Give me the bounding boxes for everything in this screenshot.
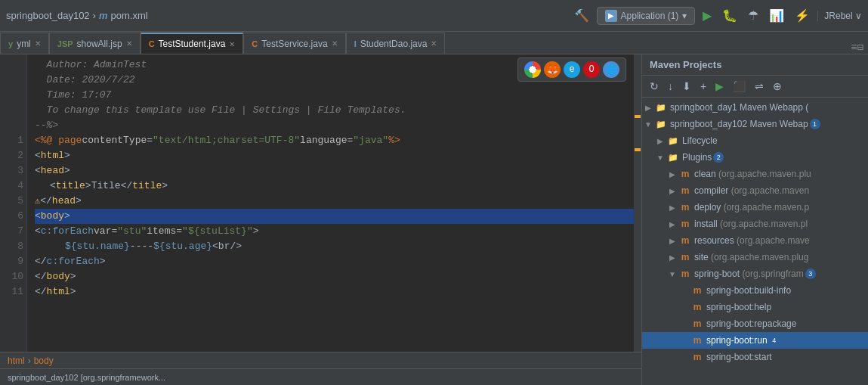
app-icon: ▶ bbox=[605, 10, 617, 22]
dash-sep: ---- bbox=[130, 239, 153, 254]
tree-item-site[interactable]: ▶ m site (org.apache.maven.plug bbox=[642, 249, 868, 265]
tree-arrow-day1: ▶ bbox=[642, 104, 654, 112]
tab-teststudent[interactable]: C TestStudent.java ✕ bbox=[141, 33, 244, 54]
html-close-bracket: </ bbox=[35, 284, 47, 300]
tree-item-repackage[interactable]: m spring-boot:repackage bbox=[642, 315, 868, 332]
toolbar-right: 🔨 ▶ Application (1) ▾ ▶ 🐛 ☂ 📊 ⚡ JRebel ∨ bbox=[571, 7, 862, 25]
right-indicator bbox=[634, 54, 641, 352]
bb-body-tag[interactable]: body bbox=[34, 356, 54, 366]
tree-label-resources: resources (org.apache.mave bbox=[692, 235, 810, 246]
tree-m-icon-clean: m bbox=[678, 168, 692, 180]
tab-yml-label: yml bbox=[17, 39, 31, 49]
tree-label-install: install (org.apache.maven.pl bbox=[692, 219, 808, 229]
tree-arrow-run bbox=[678, 337, 690, 345]
tab-studentdao-label: StudentDao.java bbox=[360, 39, 428, 49]
jrebel-run-button[interactable]: ⚡ bbox=[792, 7, 813, 24]
tree-m-icon-compiler: m bbox=[678, 185, 692, 197]
tree-item-help[interactable]: m spring-boot:help bbox=[642, 299, 868, 315]
tree-arrow-day102: ▼ bbox=[642, 120, 654, 129]
tab-showall[interactable]: JSP showAll.jsp ✕ bbox=[49, 33, 141, 54]
tree-item-lifecycle[interactable]: ▶ 📁 Lifecycle bbox=[642, 132, 868, 149]
run-config-dropdown-icon: ▾ bbox=[682, 11, 687, 21]
tree-item-clean[interactable]: ▶ m clean (org.apache.maven.plu bbox=[642, 166, 868, 182]
body-close-tag: body bbox=[47, 269, 70, 284]
run-config-label: Application (1) bbox=[621, 11, 679, 21]
title-close-start: </ bbox=[121, 179, 133, 194]
maven-run-btn[interactable]: ▶ bbox=[712, 79, 727, 94]
attr-contenttype: contentType= bbox=[82, 133, 153, 148]
bottom-breadcrumb: html › body bbox=[0, 352, 641, 368]
tree-label-deploy: deploy (org.apache.maven.p bbox=[692, 202, 809, 213]
maven-download-all-btn[interactable]: ⬇ bbox=[679, 79, 694, 94]
opera-icon[interactable]: O bbox=[583, 61, 600, 78]
firefox-icon[interactable]: 🦊 bbox=[544, 61, 561, 78]
tab-showall-close[interactable]: ✕ bbox=[126, 39, 132, 48]
debug-button[interactable]: 🐛 bbox=[719, 7, 740, 24]
maven-refresh-btn[interactable]: ↻ bbox=[647, 79, 662, 94]
globe-icon[interactable]: 🌐 bbox=[603, 61, 619, 78]
tree-m-icon-start: m bbox=[690, 351, 704, 363]
top-toolbar: springboot_day102 › m pom.xml 🔨 ▶ Applic… bbox=[0, 0, 868, 32]
tab-showall-icon: JSP bbox=[57, 39, 73, 48]
tree-folder-icon-day102: 📁 bbox=[654, 118, 668, 130]
comment5-text: --%> bbox=[35, 118, 58, 133]
breadcrumb-m-icon: m bbox=[99, 10, 108, 21]
maven-tree: ▶ 📁 springboot_day1 Maven Webapp ( ▼ 📁 s… bbox=[642, 98, 868, 385]
tree-label-clean: clean (org.apache.maven.plu bbox=[692, 169, 811, 179]
tab-studentdao-close[interactable]: ✕ bbox=[431, 39, 437, 48]
code-editor[interactable]: Author: AdminTest Date: 2020/7/22 Time: … bbox=[27, 54, 634, 352]
foreach-tag: c:forEach bbox=[41, 224, 94, 239]
tree-folder-icon-day1: 📁 bbox=[654, 101, 668, 113]
tree-item-day102[interactable]: ▼ 📁 springboot_day102 Maven Webap 1 bbox=[642, 116, 868, 132]
tree-m-icon-help: m bbox=[690, 301, 704, 313]
tree-item-springboot[interactable]: ▼ m spring-boot (org.springfram 3 bbox=[642, 265, 868, 282]
breadcrumb-file[interactable]: pom.xml bbox=[111, 10, 148, 21]
tab-studentdao[interactable]: I StudentDao.java ✕ bbox=[346, 33, 446, 54]
breadcrumb-project[interactable]: springboot_day102 bbox=[6, 10, 90, 21]
tree-item-start[interactable]: m spring-boot:start bbox=[642, 349, 868, 365]
maven-plus-btn[interactable]: ⊕ bbox=[770, 79, 785, 94]
badge-run: 4 bbox=[769, 335, 780, 346]
tree-item-install[interactable]: ▶ m install (org.apache.maven.pl bbox=[642, 216, 868, 232]
tree-item-day1[interactable]: ▶ 📁 springboot_day1 Maven Webapp ( bbox=[642, 99, 868, 116]
build-button[interactable]: 🔨 bbox=[571, 7, 592, 24]
maven-title: Maven Projects bbox=[650, 59, 721, 70]
coverage-button[interactable]: ☂ bbox=[745, 7, 761, 24]
tab-yml[interactable]: y yml ✕ bbox=[0, 33, 49, 54]
html-close-tag: html bbox=[47, 284, 70, 300]
bb-html-tag[interactable]: html bbox=[8, 356, 25, 366]
tree-item-build-info[interactable]: m spring-boot:build-info bbox=[642, 282, 868, 299]
tree-item-run[interactable]: m spring-boot:run 4 bbox=[642, 332, 868, 349]
comment3-text: Time: 17:07 bbox=[35, 88, 111, 103]
tree-label-lifecycle: Lifecycle bbox=[680, 135, 718, 146]
run-config-button[interactable]: ▶ Application (1) ▾ bbox=[597, 7, 696, 25]
head-close-end: > bbox=[76, 194, 82, 209]
maven-add-btn[interactable]: + bbox=[697, 79, 709, 94]
breadcrumb: springboot_day102 › m pom.xml bbox=[6, 10, 148, 21]
tab-testservice[interactable]: C TestService.java ✕ bbox=[243, 33, 345, 54]
status-text: springboot_day102 [org.springframework..… bbox=[8, 373, 165, 382]
tree-label-start: spring-boot:start bbox=[704, 352, 772, 362]
chrome-icon[interactable] bbox=[524, 61, 541, 78]
head-close-bracket: </ bbox=[40, 194, 52, 209]
tree-m-icon-springboot: m bbox=[678, 268, 692, 280]
tree-item-plugins[interactable]: ▼ 📁 Plugins 2 bbox=[642, 149, 868, 166]
maven-header: Maven Projects bbox=[642, 54, 868, 76]
maven-download-btn[interactable]: ↓ bbox=[665, 79, 676, 94]
tree-item-compiler[interactable]: ▶ m compiler (org.apache.maven bbox=[642, 182, 868, 199]
run-button[interactable]: ▶ bbox=[700, 7, 715, 24]
maven-skip-btn[interactable]: ⬛ bbox=[730, 79, 749, 94]
tab-teststudent-close[interactable]: ✕ bbox=[229, 40, 235, 48]
tabs-extra[interactable]: ≡⊟ bbox=[851, 41, 868, 54]
code-line-7: <c:forEach var="stu" items="${stuList}" … bbox=[35, 224, 634, 239]
tab-yml-close[interactable]: ✕ bbox=[35, 39, 41, 48]
ie-icon[interactable]: e bbox=[564, 61, 580, 78]
tab-testservice-close[interactable]: ✕ bbox=[332, 39, 338, 48]
editor-area: 🦊 e O 🌐 1 2 3 4 5 6 7 8 9 10 bbox=[0, 54, 641, 385]
foreach-items-attr: items= bbox=[147, 224, 182, 239]
maven-toggle-btn[interactable]: ⇌ bbox=[752, 79, 767, 94]
tree-item-deploy[interactable]: ▶ m deploy (org.apache.maven.p bbox=[642, 199, 868, 216]
profile-button[interactable]: 📊 bbox=[766, 7, 787, 24]
tree-item-resources[interactable]: ▶ m resources (org.apache.mave bbox=[642, 232, 868, 249]
tree-label-springboot: spring-boot (org.springfram bbox=[692, 269, 804, 279]
